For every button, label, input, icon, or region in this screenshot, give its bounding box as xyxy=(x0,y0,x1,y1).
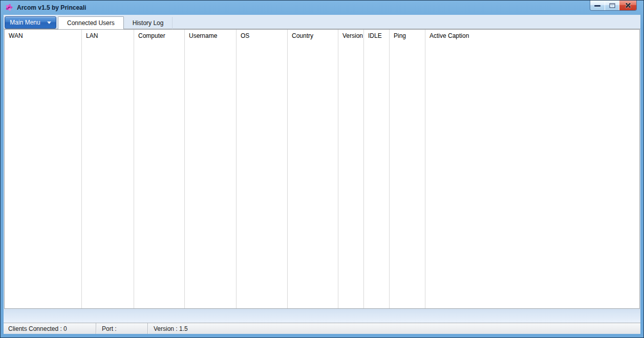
column-header-username[interactable]: Username xyxy=(185,30,236,39)
lower-gap-strip xyxy=(4,309,640,323)
column-header-os[interactable]: OS xyxy=(237,30,287,39)
tab-label: Connected Users xyxy=(67,19,115,27)
column-wan: WAN xyxy=(5,30,82,308)
column-active-caption: Active Caption xyxy=(425,30,639,308)
status-bar: Clients Connected : 0 Port : Version : 1… xyxy=(4,323,640,334)
column-header-idle[interactable]: IDLE xyxy=(364,30,389,39)
column-ping: Ping xyxy=(390,30,425,308)
column-country: Country xyxy=(288,30,338,308)
connected-users-listview[interactable]: WANLANComputerUsernameOSCountryVersionID… xyxy=(4,29,640,309)
title-bar: Arcom v1.5 by Princeali xyxy=(1,1,643,14)
column-username: Username xyxy=(185,30,237,308)
column-idle: IDLE xyxy=(364,30,390,308)
column-version: Version xyxy=(338,30,364,308)
tab-label: History Log xyxy=(133,19,164,27)
column-computer: Computer xyxy=(134,30,185,308)
column-header-version[interactable]: Version xyxy=(338,30,363,39)
column-lan: LAN xyxy=(82,30,134,308)
column-header-country[interactable]: Country xyxy=(288,30,338,39)
main-menu-label: Main Menu xyxy=(10,19,40,26)
minimize-button[interactable] xyxy=(590,1,605,10)
tab-history-log[interactable]: History Log xyxy=(124,17,173,29)
status-port: Port : xyxy=(96,323,147,334)
tab-connected-users[interactable]: Connected Users xyxy=(58,16,124,29)
app-window: Arcom v1.5 by Princeali Main Menu Connec… xyxy=(0,0,644,338)
status-clients-connected: Clients Connected : 0 xyxy=(4,323,96,334)
tab-strip: Main Menu Connected Users History Log xyxy=(4,15,640,29)
pinwheel-app-icon xyxy=(5,4,13,11)
window-title: Arcom v1.5 by Princeali xyxy=(17,4,86,11)
status-version: Version : 1.5 xyxy=(148,323,640,334)
client-area: Main Menu Connected Users History Log WA… xyxy=(4,15,640,334)
column-header-computer[interactable]: Computer xyxy=(134,30,184,39)
chevron-down-icon xyxy=(47,21,51,24)
minimize-icon xyxy=(594,5,600,6)
column-os: OS xyxy=(237,30,288,308)
maximize-icon xyxy=(609,3,615,8)
column-header-lan[interactable]: LAN xyxy=(82,30,134,39)
column-header-wan[interactable]: WAN xyxy=(5,30,81,39)
column-header-active-caption[interactable]: Active Caption xyxy=(425,30,639,39)
caption-button-group xyxy=(590,1,637,11)
close-button[interactable] xyxy=(619,1,636,10)
main-menu-button[interactable]: Main Menu xyxy=(5,16,56,29)
column-header-ping[interactable]: Ping xyxy=(390,30,425,39)
maximize-button[interactable] xyxy=(605,1,619,10)
